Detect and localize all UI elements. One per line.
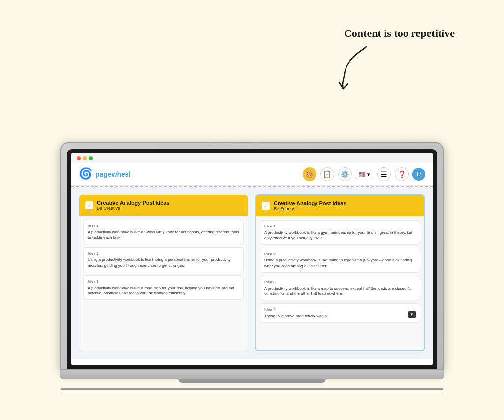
nav-help-icon[interactable]: ❓ [395, 167, 409, 181]
laptop: 🌀 pagewheel 🎨 📋 ⚙️ 🇺🇸 ▾ ☰ ❓ U [60, 142, 444, 390]
idea-2-text: Using a productivity workbook is like ha… [88, 257, 239, 268]
snarky-idea-2-label: Idea 2 [264, 252, 416, 256]
card-snarky-subtitle: Be Snarky [274, 206, 346, 211]
list-item: Idea 2 Using a productivity workbook is … [83, 247, 244, 272]
snarky-idea-3-text: A productivity workbook is like a map to… [264, 286, 416, 296]
annotation-text: Content is too repetitive [344, 27, 455, 40]
idea-3-label: Idea 3 [88, 279, 239, 284]
idea-3-text: A productivity workbook is like a road m… [88, 285, 239, 296]
idea-1-label: Idea 1 [88, 224, 239, 228]
card-creative-header: ✓ Creative Analogy Post Ideas Be Creativ… [79, 195, 248, 216]
logo-pinwheel-icon: 🌀 [79, 167, 93, 181]
snarky-idea-1-label: Idea 1 [264, 224, 416, 228]
nav-create-icon[interactable]: 🎨 [303, 167, 316, 181]
card-creative-title: Creative Analogy Post Ideas [97, 200, 170, 206]
list-item: Idea 3 A productivity workbook is like a… [83, 275, 244, 300]
card-creative-header-text: Creative Analogy Post Ideas Be Creative [97, 200, 170, 211]
idea-2-label: Idea 2 [88, 251, 239, 256]
laptop-base [60, 370, 444, 379]
browser-bar [71, 153, 433, 163]
scroll-indicator: ▼ [408, 311, 416, 318]
card-creative-body: Idea 1 A productivity workbook is like a… [79, 216, 248, 351]
nav-icons: 🎨 📋 ⚙️ 🇺🇸 ▾ ☰ ❓ U [303, 167, 425, 181]
close-dot [77, 156, 81, 160]
list-item: Idea 1 A productivity workbook is like a… [260, 220, 420, 245]
annotation-arrow-icon [334, 42, 374, 91]
card-snarky-checkbox[interactable]: ✓ [262, 202, 270, 210]
maximize-dot [89, 156, 93, 160]
nav-language-selector[interactable]: 🇺🇸 ▾ [356, 170, 373, 179]
snarky-idea-2-text: Using a productivity workbook is like tr… [264, 258, 416, 268]
nav-bar: 🌀 pagewheel 🎨 📋 ⚙️ 🇺🇸 ▾ ☰ ❓ U [71, 163, 433, 186]
logo-text: pagewheel [95, 170, 131, 178]
laptop-screen-wrapper: 🌀 pagewheel 🎨 📋 ⚙️ 🇺🇸 ▾ ☰ ❓ U [60, 142, 444, 370]
snarky-idea-3-label: Idea 3 [264, 280, 416, 284]
card-snarky-header-text: Creative Analogy Post Ideas Be Snarky [274, 200, 346, 211]
card-creative: ✓ Creative Analogy Post Ideas Be Creativ… [79, 194, 248, 351]
nav-content-icon[interactable]: 📋 [320, 167, 334, 181]
annotation-container: Content is too repetitive [324, 27, 455, 91]
list-item: Idea 2 Using a productivity workbook is … [260, 248, 420, 272]
laptop-screen: 🌀 pagewheel 🎨 📋 ⚙️ 🇺🇸 ▾ ☰ ❓ U [71, 153, 433, 365]
card-snarky-title: Creative Analogy Post Ideas [274, 200, 346, 206]
card-creative-subtitle: Be Creative [97, 206, 170, 211]
laptop-bezel: 🌀 pagewheel 🎨 📋 ⚙️ 🇺🇸 ▾ ☰ ❓ U [67, 149, 437, 369]
nav-menu-icon[interactable]: ☰ [377, 167, 391, 181]
card-creative-checkbox[interactable]: ✓ [85, 201, 93, 209]
browser-dots [77, 156, 93, 160]
list-item: Idea 1 A productivity workbook is like a… [83, 220, 244, 244]
snarky-idea-4-text: Trying to improve productivity with a... [264, 313, 416, 319]
laptop-stand [60, 388, 444, 390]
snarky-idea-1-text: A productivity workbook is like a gym me… [264, 230, 416, 241]
nav-settings-icon[interactable]: ⚙️ [338, 167, 352, 181]
snarky-idea-4-label: Idea 4 [264, 307, 416, 312]
idea-1-text: A productivity workbook is like a Swiss … [88, 229, 239, 240]
logo-area: 🌀 pagewheel [79, 167, 131, 181]
nav-avatar[interactable]: U [412, 168, 425, 181]
card-snarky: ✓ Creative Analogy Post Ideas Be Snarky … [255, 194, 425, 351]
card-snarky-header: ✓ Creative Analogy Post Ideas Be Snarky [256, 195, 424, 216]
minimize-dot [83, 156, 87, 160]
content-area: ✓ Creative Analogy Post Ideas Be Creativ… [71, 187, 433, 359]
scene: Content is too repetitive [0, 0, 504, 420]
list-item: Idea 4 Trying to improve productivity wi… [260, 303, 420, 323]
list-item: Idea 3 A productivity workbook is like a… [260, 276, 420, 300]
card-snarky-body: Idea 1 A productivity workbook is like a… [256, 216, 424, 350]
